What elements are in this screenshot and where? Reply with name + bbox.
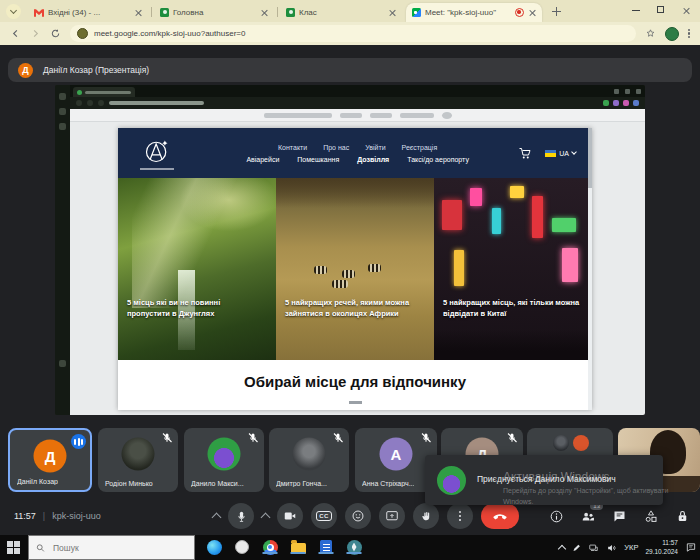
browser-tab-gmail[interactable]: Вхідні (34) - ...: [28, 3, 148, 22]
site-logo[interactable]: [118, 137, 196, 170]
system-tray: УКР 11:57 29.10.2024: [559, 535, 697, 560]
file-explorer-icon[interactable]: [290, 539, 306, 555]
camera-button[interactable]: [277, 503, 303, 529]
document-app-icon[interactable]: [318, 539, 334, 555]
meeting-code: kpk-sioj-uuo: [52, 511, 101, 521]
card-china[interactable]: 5 найкращих місць, які тільки можна відв…: [434, 178, 592, 360]
people-panel-button[interactable]: 13: [580, 509, 596, 524]
activities-icon[interactable]: [643, 509, 659, 524]
nav-login[interactable]: Увійти: [365, 144, 385, 151]
nav-contacts[interactable]: Контакти: [278, 144, 307, 151]
ukraine-flag-icon: [545, 150, 556, 157]
browser-profile-avatar[interactable]: [665, 27, 679, 41]
gmail-icon: [34, 9, 44, 17]
screen: Вхідні (34) - ... Головна Клас Meet: "kp…: [0, 0, 700, 560]
volume-icon[interactable]: [606, 543, 617, 553]
start-button[interactable]: [7, 541, 20, 554]
browser-menu-icon[interactable]: [688, 29, 690, 39]
tab-search-button[interactable]: [6, 4, 21, 19]
window-minimize-button[interactable]: [632, 10, 640, 11]
browser-tab-classroom-home[interactable]: Головна: [154, 3, 274, 22]
card-caption: 5 найкращих місць, які тільки можна відв…: [443, 298, 581, 319]
browser-tabstrip: Вхідні (34) - ... Головна Клас Meet: "kp…: [0, 0, 700, 22]
search-input[interactable]: [51, 542, 187, 554]
neon-sign-shape: [442, 200, 462, 230]
avatar: А: [380, 438, 413, 471]
participant-tile[interactable]: Д Даніїл Козар: [8, 428, 92, 492]
chat-icon[interactable]: [612, 509, 627, 524]
shared-window-controls: [614, 89, 641, 94]
browser-tab-meet-active[interactable]: Meet: "kpk-sioj-uuo": [406, 3, 542, 22]
clock-time: 11:57: [662, 539, 678, 546]
camera-options-chevron-icon[interactable]: [261, 513, 271, 523]
meeting-time: 11:57: [14, 511, 36, 521]
chrome-icon[interactable]: [262, 539, 278, 555]
forward-icon[interactable]: [30, 28, 41, 39]
shared-browser-tab: [73, 87, 135, 97]
mic-off-icon: [161, 432, 173, 444]
tab-title: Клас: [299, 8, 384, 17]
mic-options-chevron-icon[interactable]: [212, 513, 222, 523]
participant-name: Родіон Минько: [105, 480, 153, 487]
hero-cards: 5 місць які ви не повинні пропустити в Д…: [118, 178, 592, 360]
cart-icon[interactable]: [519, 148, 531, 159]
info-icon[interactable]: [549, 509, 564, 524]
window-maximize-button[interactable]: [657, 6, 664, 13]
participant-name: Даніїл Козар: [17, 478, 58, 485]
bookmark-star-icon[interactable]: [645, 28, 656, 39]
card-savanna[interactable]: 5 найкращих речей, якими можна зайнятися…: [276, 178, 434, 360]
reactions-button[interactable]: [345, 503, 371, 529]
close-icon[interactable]: [134, 9, 142, 17]
close-icon[interactable]: [528, 9, 536, 17]
language-selector[interactable]: UA: [545, 150, 576, 157]
participant-tile[interactable]: Данило Макси...: [184, 428, 264, 492]
shared-url-placeholder: [109, 101, 204, 105]
nav-register[interactable]: Реєстрація: [402, 144, 438, 151]
window-close-button[interactable]: [682, 7, 690, 15]
nav-leisure[interactable]: Дозвілля: [357, 156, 389, 163]
nav-taxi[interactable]: Таксі/до аеропорту: [407, 156, 469, 163]
url-bar[interactable]: meet.google.com/kpk-sioj-uuo?authuser=0: [70, 25, 636, 42]
participant-name: Данило Макси...: [191, 480, 244, 487]
taskbar-clock[interactable]: 11:57 29.10.2024: [645, 539, 678, 557]
chevron-down-icon: [571, 149, 577, 155]
browser-toolbar: meet.google.com/kpk-sioj-uuo?authuser=0: [0, 22, 700, 45]
site-nav-top: Контакти Про нас Увійти Реєстрація: [278, 144, 437, 151]
action-center-icon[interactable]: [685, 542, 697, 553]
nav-stays[interactable]: Помешкання: [297, 156, 339, 163]
classroom-icon: [160, 8, 169, 17]
shared-browser-urlbar: [70, 97, 645, 109]
mic-off-icon: [506, 432, 518, 444]
taskbar-search[interactable]: [28, 535, 195, 560]
nav-about[interactable]: Про нас: [323, 144, 349, 151]
keyboard-language[interactable]: УКР: [624, 543, 638, 552]
windows-activation-watermark-hint: Перейдіть до розділу "Настройки", щоб ак…: [503, 486, 681, 507]
nav-flights[interactable]: Авіарейси: [246, 156, 279, 163]
app-icon[interactable]: [234, 539, 250, 555]
windows-activation-watermark: Активація Windows: [503, 470, 610, 484]
back-icon[interactable]: [10, 28, 21, 39]
participant-tile[interactable]: Родіон Минько: [98, 428, 178, 492]
edge-icon[interactable]: [206, 539, 222, 555]
participant-tile[interactable]: Дмитро Гонча...: [269, 428, 349, 492]
captions-button[interactable]: CC: [311, 503, 337, 529]
raise-hand-button[interactable]: [413, 503, 439, 529]
card-jungle[interactable]: 5 місць які ви не повинні пропустити в Д…: [118, 178, 276, 360]
browser-app-icon[interactable]: [346, 539, 362, 555]
pen-icon[interactable]: [572, 543, 581, 553]
tab-title: Вхідні (34) - ...: [48, 8, 130, 17]
site-info-icon[interactable]: [77, 28, 88, 39]
tray-expand-icon[interactable]: [558, 545, 566, 553]
close-icon[interactable]: [260, 9, 268, 17]
site-scrollbar[interactable]: [588, 128, 592, 410]
more-options-button[interactable]: [447, 503, 473, 529]
new-tab-button[interactable]: [552, 7, 561, 16]
browser-tab-class[interactable]: Клас: [280, 3, 402, 22]
close-icon[interactable]: [388, 9, 396, 17]
mic-button[interactable]: [228, 503, 254, 529]
present-button[interactable]: [379, 503, 405, 529]
reload-icon[interactable]: [50, 28, 61, 39]
host-controls-lock-icon[interactable]: [675, 509, 690, 524]
network-icon[interactable]: [588, 543, 599, 553]
mic-off-icon: [332, 432, 344, 444]
